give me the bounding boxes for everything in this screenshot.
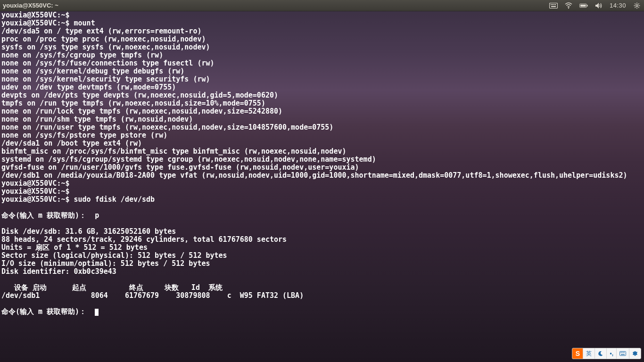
clock[interactable]: 14:30 xyxy=(610,2,626,9)
partition-table-header: 设备 启动 起点 终点 块数 Id 系统 xyxy=(1,283,223,292)
partition-table-row: /dev/sdb1 8064 61767679 30879808 c W95 F… xyxy=(1,291,304,300)
mount-line: none on /sys/fs/fuse/connections type fu… xyxy=(1,59,215,67)
svg-rect-3 xyxy=(553,4,554,5)
mount-line: none on /sys/kernel/debug type debugfs (… xyxy=(1,67,184,75)
mount-line: none on /run/lock type tmpfs (rw,noexec,… xyxy=(1,107,282,115)
mount-line: /dev/sdb1 on /media/youxia/B018-2A00 typ… xyxy=(1,171,627,180)
svg-rect-9 xyxy=(580,4,586,6)
mount-line: gvfsd-fuse on /run/user/1000/gvfs type f… xyxy=(1,163,359,172)
svg-rect-8 xyxy=(587,5,588,6)
svg-line-17 xyxy=(638,3,639,4)
shell-prompt: youxia@X550VC:~$ xyxy=(1,19,70,27)
shell-prompt: youxia@X550VC:~$ xyxy=(1,187,70,196)
svg-rect-5 xyxy=(551,6,556,7)
ime-settings-icon[interactable] xyxy=(629,348,641,359)
mount-line: sysfs on /sys type sysfs (rw,noexec,nosu… xyxy=(1,43,210,51)
network-wifi-icon[interactable] xyxy=(564,1,573,10)
svg-rect-19 xyxy=(620,352,626,356)
fdisk-info: I/O size (minimum/optimal): 512 bytes / … xyxy=(1,259,210,268)
fdisk-prompt: 命令(输入 m 获取帮助)： xyxy=(1,307,95,316)
ime-indicator[interactable]: S 英 •, xyxy=(572,348,641,359)
mount-line: tmpfs on /run type tmpfs (rw,noexec,nosu… xyxy=(1,99,265,107)
window-title: youxia@X550VC: ~ xyxy=(3,2,58,9)
volume-icon[interactable] xyxy=(594,1,603,10)
mount-line: none on /run/user type tmpfs (rw,noexec,… xyxy=(1,123,333,132)
ime-moon-icon[interactable] xyxy=(594,348,606,359)
ime-punct-icon[interactable]: •, xyxy=(606,348,616,359)
svg-rect-1 xyxy=(551,4,552,5)
battery-icon[interactable] xyxy=(579,1,588,10)
svg-line-16 xyxy=(638,7,639,8)
mount-line: /dev/sda1 on /boot type ext4 (rw) xyxy=(1,139,142,148)
mount-line: none on /run/shm type tmpfs (rw,nosuid,n… xyxy=(1,115,193,123)
ime-keyboard-icon[interactable] xyxy=(616,348,629,359)
system-tray: 14:30 xyxy=(549,1,641,10)
svg-rect-23 xyxy=(624,352,625,353)
sogou-logo-icon[interactable]: S xyxy=(572,348,583,359)
svg-rect-20 xyxy=(620,352,621,353)
svg-point-6 xyxy=(568,7,569,8)
svg-line-15 xyxy=(635,3,636,4)
svg-rect-22 xyxy=(623,352,624,353)
mount-line: systemd on /sys/fs/cgroup/systemd type c… xyxy=(1,155,376,164)
mount-line: none on /sys/fs/pstore type pstore (rw) xyxy=(1,131,167,140)
terminal[interactable]: youxia@X550VC:~$ youxia@X550VC:~$ mount … xyxy=(0,11,644,362)
mount-line: udev on /dev type devtmpfs (rw,mode=0755… xyxy=(1,83,176,91)
mount-line: none on /sys/kernel/security type securi… xyxy=(1,75,210,83)
mount-line: none on /sys/fs/cgroup type tmpfs (rw) xyxy=(1,51,163,59)
shell-prompt: youxia@X550VC:~$ xyxy=(1,11,70,19)
svg-point-10 xyxy=(636,5,638,7)
shell-prompt: youxia@X550VC:~$ xyxy=(1,195,70,204)
mount-line: proc on /proc type proc (rw,noexec,nosui… xyxy=(1,35,206,43)
svg-rect-0 xyxy=(549,3,557,8)
fdisk-info: 88 heads, 24 sectors/track, 29246 cylind… xyxy=(1,235,287,244)
command-text: sudo fdisk /dev/sdb xyxy=(74,195,155,204)
fdisk-info: Disk identifier: 0xb0c39e43 xyxy=(1,267,116,276)
shell-prompt: youxia@X550VC:~$ xyxy=(1,179,70,188)
fdisk-info: Disk /dev/sdb: 31.6 GB, 31625052160 byte… xyxy=(1,227,176,236)
top-menubar: youxia@X550VC: ~ 14:30 xyxy=(0,0,644,11)
fdisk-info: Sector size (logical/physical): 512 byte… xyxy=(1,251,227,260)
terminal-cursor xyxy=(95,309,99,316)
svg-rect-4 xyxy=(555,4,556,5)
svg-rect-21 xyxy=(622,352,623,353)
ime-language[interactable]: 英 xyxy=(583,348,594,359)
svg-rect-24 xyxy=(621,354,625,355)
svg-rect-2 xyxy=(552,4,553,5)
mount-line: /dev/sda5 on / type ext4 (rw,errors=remo… xyxy=(1,27,201,35)
svg-line-18 xyxy=(635,7,636,8)
fdisk-info: Units = 扇区 of 1 * 512 = 512 bytes xyxy=(1,243,148,252)
keyboard-indicator-icon[interactable] xyxy=(549,1,558,10)
mount-line: devpts on /dev/pts type devpts (rw,noexe… xyxy=(1,91,278,99)
command-text: mount xyxy=(74,19,95,27)
fdisk-prompt: 命令(输入 m 获取帮助)： p xyxy=(1,211,99,220)
session-gear-icon[interactable] xyxy=(633,1,641,10)
mount-line: binfmt_misc on /proc/sys/fs/binfmt_misc … xyxy=(1,147,347,156)
